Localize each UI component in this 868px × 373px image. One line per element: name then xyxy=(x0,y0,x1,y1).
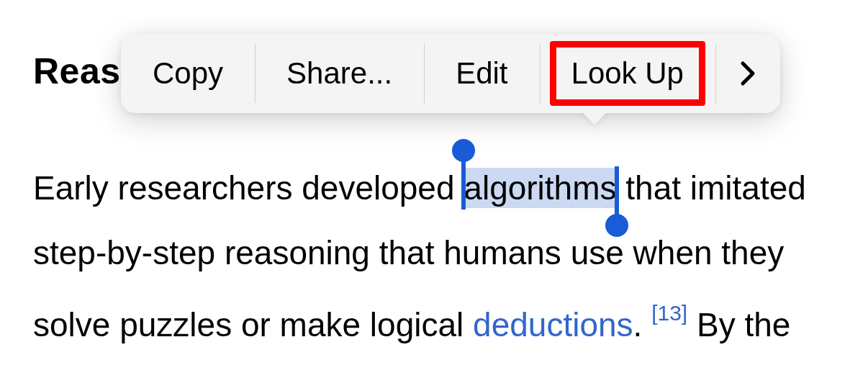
selection-handle-start[interactable] xyxy=(461,153,466,210)
share-label: Share... xyxy=(286,56,392,91)
edit-label: Edit xyxy=(456,56,507,91)
wikilink-deductions[interactable]: deductions xyxy=(473,306,633,343)
selection-knob-icon xyxy=(452,139,475,162)
copy-menu-item[interactable]: Copy xyxy=(121,34,255,113)
selection-knob-icon xyxy=(605,214,628,237)
more-menu-item[interactable] xyxy=(715,34,780,113)
look-up-menu-item[interactable]: Look Up xyxy=(540,34,715,113)
article-paragraph[interactable]: Early researchers developed algorithms t… xyxy=(33,156,835,373)
text-selection-context-menu: Copy Share... Edit Look Up xyxy=(121,34,780,113)
paragraph-text-pre: Early researchers developed xyxy=(33,169,464,207)
section-heading-truncated: Reas xyxy=(33,50,121,92)
look-up-label: Look Up xyxy=(571,56,684,91)
reference-link-13[interactable]: [13] xyxy=(651,301,687,325)
paragraph-text-mid2: . xyxy=(633,306,652,343)
selection-handle-end[interactable] xyxy=(615,166,619,223)
copy-label: Copy xyxy=(153,56,223,91)
selected-text[interactable]: algorithms xyxy=(464,168,616,208)
edit-menu-item[interactable]: Edit xyxy=(424,34,539,113)
selected-word-text: algorithms xyxy=(464,169,616,207)
chevron-right-icon xyxy=(740,60,756,86)
share-menu-item[interactable]: Share... xyxy=(255,34,424,113)
